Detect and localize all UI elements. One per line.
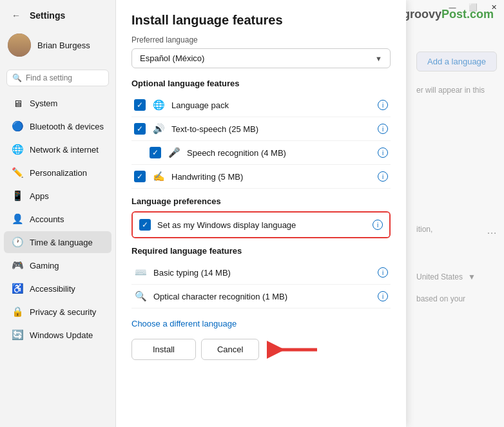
network-icon: 🌐 (12, 144, 23, 155)
chevron-down-icon: ▼ (375, 55, 382, 62)
info-icon-display-lang[interactable]: i (373, 220, 383, 230)
feature-item-speech: ✓ 🎤 Speech recognition (4 MB) i (131, 141, 391, 165)
info-icon-lang-pack[interactable]: i (378, 100, 388, 110)
feature-name-tts: Text-to-speech (25 MB) (171, 124, 371, 134)
feature-name-handwriting: Handwriting (5 MB) (171, 172, 371, 182)
personalization-icon: ✏️ (12, 167, 23, 178)
nav-item-update[interactable]: 🔄 Windows Update (4, 324, 111, 346)
lang-pref-heading: Language preferences (131, 196, 391, 206)
feature-item-lang-pack: ✓ 🌐 Language pack i (131, 93, 391, 117)
handwriting-icon: ✍️ (152, 171, 165, 182)
info-icon-speech[interactable]: i (378, 147, 388, 158)
country-dropdown-icon: ▼ (468, 272, 476, 281)
close-button[interactable]: ✕ (483, 0, 504, 14)
nav-item-privacy[interactable]: 🔒 Privacy & security (4, 301, 111, 323)
sidebar-title: Settings (30, 10, 65, 21)
overlay-title: Install language features (131, 13, 391, 28)
user-name: Brian Burgess (37, 41, 90, 50)
minimize-button[interactable]: — (442, 0, 463, 14)
cancel-button[interactable]: Cancel (201, 339, 259, 360)
nav-label-system: System (30, 99, 57, 108)
system-icon: 🖥 (12, 97, 23, 109)
nav-label-network: Network & internet (30, 145, 99, 155)
nav-item-bluetooth[interactable]: 🔵 Bluetooth & devices (4, 115, 111, 137)
nav-item-time[interactable]: 🕐 Time & language (4, 231, 111, 253)
info-icon-ocr[interactable]: i (378, 291, 388, 301)
right-panel-text: er will appear in this (416, 86, 485, 95)
nav-item-personalization[interactable]: ✏️ Personalization (4, 162, 111, 184)
language-dropdown-value: Español (México) (140, 53, 204, 63)
search-box[interactable]: 🔍 (6, 70, 109, 86)
info-icon-typing[interactable]: i (378, 267, 388, 278)
privacy-icon: 🔒 (12, 306, 23, 318)
tts-icon: 🔊 (152, 123, 165, 135)
feature-item-handwriting: ✓ ✍️ Handwriting (5 MB) i (131, 165, 391, 189)
sidebar-header: ← Settings (0, 0, 115, 27)
nav-label-bluetooth: Bluetooth & devices (30, 122, 104, 131)
gaming-icon: 🎮 (12, 260, 23, 271)
display-lang-label: Set as my Windows display language (157, 220, 366, 230)
accounts-icon: 👤 (12, 213, 23, 225)
install-button[interactable]: Install (131, 339, 196, 360)
info-icon-handwriting[interactable]: i (378, 171, 388, 182)
req-ocr-label: Optical character recognition (1 MB) (153, 292, 371, 301)
main-area: groovyPost.com Install language features… (116, 0, 504, 427)
req-item-ocr: 🔍 Optical character recognition (1 MB) i (131, 285, 391, 308)
checkbox-display-lang[interactable]: ✓ (139, 219, 151, 231)
checkbox-handwriting[interactable]: ✓ (134, 171, 146, 182)
avatar (8, 33, 31, 57)
sidebar: ← Settings Brian Burgess 🔍 🖥 System 🔵 Bl… (0, 0, 116, 427)
required-heading: Required language features (131, 246, 391, 256)
nav-item-gaming[interactable]: 🎮 Gaming (4, 254, 111, 276)
feature-name-speech: Speech recognition (4 MB) (187, 148, 371, 158)
nav-label-accounts: Accounts (30, 214, 64, 224)
accessibility-icon: ♿ (12, 283, 23, 294)
time-icon: 🕐 (12, 236, 23, 248)
button-row: Install Cancel (131, 339, 391, 360)
lang-pref-section: ✓ Set as my Windows display language i (131, 211, 391, 238)
nav-item-network[interactable]: 🌐 Network & internet (4, 138, 111, 160)
req-item-typing: ⌨️ Basic typing (14 MB) i (131, 261, 391, 285)
checkbox-tts[interactable]: ✓ (134, 123, 146, 135)
right-panel-text3: based on your (416, 294, 465, 303)
feature-name-lang-pack: Language pack (171, 100, 371, 110)
checkbox-lang-pack[interactable]: ✓ (134, 99, 146, 111)
nav-label-accessibility: Accessibility (30, 284, 75, 294)
nav-item-apps[interactable]: 📱 Apps (4, 185, 111, 207)
add-language-button[interactable]: Add a language (416, 52, 497, 71)
nav-label-time: Time & language (30, 238, 93, 247)
back-button[interactable]: ← (8, 9, 24, 22)
user-section: Brian Burgess (0, 27, 115, 63)
typing-icon: ⌨️ (134, 267, 147, 278)
right-panel-text2: ition, (416, 225, 432, 234)
nav-label-apps: Apps (30, 191, 49, 201)
language-dropdown[interactable]: Español (México) ▼ (131, 48, 391, 68)
required-section: Required language features ⌨️ Basic typi… (131, 246, 391, 308)
watermark-prefix: groovy (403, 8, 441, 21)
speech-icon: 🎤 (168, 147, 180, 158)
feature-item-tts: ✓ 🔊 Text-to-speech (25 MB) i (131, 117, 391, 141)
nav-item-accessibility[interactable]: ♿ Accessibility (4, 278, 111, 299)
avatar-face (8, 33, 31, 57)
right-panel: Add a language er will appear in this it… (406, 0, 504, 427)
search-icon: 🔍 (12, 73, 22, 82)
window-controls: — ⬜ ✕ (442, 0, 504, 14)
install-language-panel: Install language features Preferred lang… (116, 0, 406, 427)
update-icon: 🔄 (12, 329, 23, 341)
nav-item-system[interactable]: 🖥 System (4, 92, 111, 114)
info-icon-tts[interactable]: i (378, 124, 388, 134)
search-input[interactable] (26, 73, 103, 82)
req-typing-label: Basic typing (14 MB) (153, 268, 371, 278)
lang-pref-item: ✓ Set as my Windows display language i (133, 213, 389, 237)
nav-label-privacy: Privacy & security (30, 307, 96, 317)
maximize-button[interactable]: ⬜ (463, 0, 483, 14)
ocr-icon: 🔍 (134, 290, 147, 302)
nav-item-accounts[interactable]: 👤 Accounts (4, 208, 111, 230)
nav-label-gaming: Gaming (30, 261, 59, 270)
apps-icon: 📱 (12, 190, 23, 202)
checkbox-speech[interactable]: ✓ (150, 147, 161, 158)
bluetooth-icon: 🔵 (12, 120, 23, 132)
choose-language-link[interactable]: Choose a different language (131, 319, 391, 328)
lang-pack-icon: 🌐 (152, 99, 165, 111)
country-label: United States (416, 272, 463, 281)
